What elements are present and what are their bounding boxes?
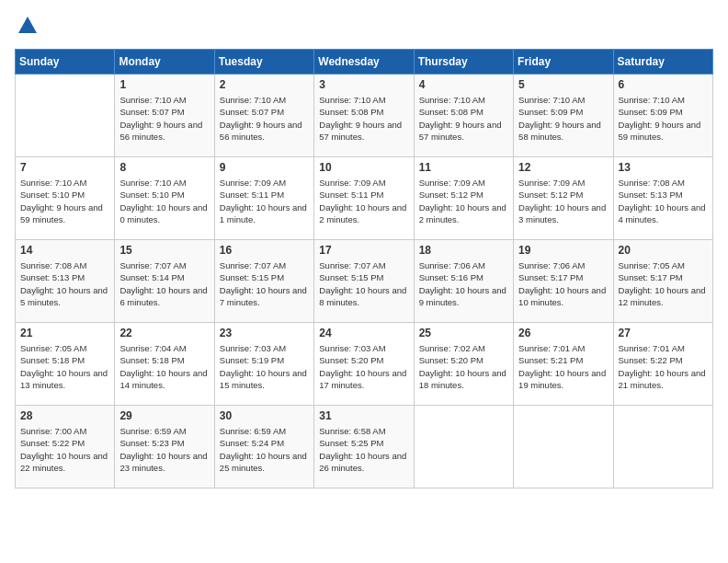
day-cell: 28Sunrise: 7:00 AMSunset: 5:22 PMDayligh… bbox=[16, 406, 115, 488]
day-number: 21 bbox=[20, 327, 109, 339]
day-info: Sunrise: 6:59 AMSunset: 5:24 PMDaylight:… bbox=[220, 425, 309, 474]
day-number: 23 bbox=[220, 327, 309, 339]
day-info: Sunrise: 7:02 AMSunset: 5:20 PMDaylight:… bbox=[419, 342, 508, 391]
day-info: Sunrise: 7:10 AMSunset: 5:09 PMDaylight:… bbox=[619, 94, 708, 143]
week-row-1: 1Sunrise: 7:10 AMSunset: 5:07 PMDaylight… bbox=[16, 75, 713, 157]
day-number: 6 bbox=[619, 78, 708, 91]
week-row-4: 21Sunrise: 7:05 AMSunset: 5:18 PMDayligh… bbox=[16, 323, 713, 406]
day-info: Sunrise: 7:10 AMSunset: 5:10 PMDaylight:… bbox=[119, 177, 209, 225]
day-cell: 9Sunrise: 7:09 AMSunset: 5:11 PMDaylight… bbox=[214, 157, 313, 240]
logo bbox=[15, 15, 39, 41]
day-number: 7 bbox=[20, 161, 109, 174]
day-cell: 1Sunrise: 7:10 AMSunset: 5:07 PMDaylight… bbox=[115, 75, 214, 157]
day-info: Sunrise: 7:08 AMSunset: 5:13 PMDaylight:… bbox=[20, 259, 109, 308]
day-number: 16 bbox=[220, 244, 309, 257]
day-number: 5 bbox=[518, 78, 608, 91]
day-info: Sunrise: 7:01 AMSunset: 5:22 PMDaylight:… bbox=[619, 342, 708, 391]
week-row-5: 28Sunrise: 7:00 AMSunset: 5:22 PMDayligh… bbox=[16, 406, 713, 488]
day-info: Sunrise: 7:09 AMSunset: 5:11 PMDaylight:… bbox=[319, 177, 408, 225]
day-number: 13 bbox=[619, 161, 708, 174]
day-info: Sunrise: 7:06 AMSunset: 5:17 PMDaylight:… bbox=[518, 259, 608, 308]
day-cell: 7Sunrise: 7:10 AMSunset: 5:10 PMDaylight… bbox=[16, 157, 115, 240]
day-cell: 23Sunrise: 7:03 AMSunset: 5:19 PMDayligh… bbox=[214, 323, 313, 406]
day-number: 28 bbox=[20, 409, 109, 422]
day-number: 26 bbox=[518, 327, 608, 339]
day-number: 12 bbox=[518, 161, 608, 174]
day-number: 19 bbox=[518, 244, 608, 257]
day-info: Sunrise: 7:10 AMSunset: 5:10 PMDaylight:… bbox=[20, 177, 109, 225]
day-cell: 27Sunrise: 7:01 AMSunset: 5:22 PMDayligh… bbox=[613, 323, 712, 406]
day-cell: 31Sunrise: 6:58 AMSunset: 5:25 PMDayligh… bbox=[314, 406, 414, 488]
day-cell: 5Sunrise: 7:10 AMSunset: 5:09 PMDaylight… bbox=[514, 75, 613, 157]
day-info: Sunrise: 7:03 AMSunset: 5:20 PMDaylight:… bbox=[319, 342, 408, 391]
day-info: Sunrise: 7:10 AMSunset: 5:07 PMDaylight:… bbox=[119, 94, 209, 143]
header bbox=[15, 15, 713, 41]
day-info: Sunrise: 7:07 AMSunset: 5:15 PMDaylight:… bbox=[319, 259, 408, 308]
day-cell: 11Sunrise: 7:09 AMSunset: 5:12 PMDayligh… bbox=[414, 157, 513, 240]
col-header-monday: Monday bbox=[115, 50, 214, 75]
day-info: Sunrise: 7:03 AMSunset: 5:19 PMDaylight:… bbox=[220, 342, 309, 391]
day-cell: 6Sunrise: 7:10 AMSunset: 5:09 PMDaylight… bbox=[613, 75, 712, 157]
day-cell: 29Sunrise: 6:59 AMSunset: 5:23 PMDayligh… bbox=[115, 406, 214, 488]
day-cell: 2Sunrise: 7:10 AMSunset: 5:07 PMDaylight… bbox=[214, 75, 313, 157]
day-cell: 8Sunrise: 7:10 AMSunset: 5:10 PMDaylight… bbox=[115, 157, 214, 240]
day-info: Sunrise: 7:09 AMSunset: 5:12 PMDaylight:… bbox=[518, 177, 608, 225]
day-number: 10 bbox=[319, 161, 408, 174]
day-info: Sunrise: 6:59 AMSunset: 5:23 PMDaylight:… bbox=[119, 425, 209, 474]
day-number: 2 bbox=[220, 78, 309, 91]
week-row-3: 14Sunrise: 7:08 AMSunset: 5:13 PMDayligh… bbox=[16, 240, 713, 323]
day-cell: 30Sunrise: 6:59 AMSunset: 5:24 PMDayligh… bbox=[214, 406, 313, 488]
day-cell bbox=[414, 406, 513, 488]
day-info: Sunrise: 7:01 AMSunset: 5:21 PMDaylight:… bbox=[518, 342, 608, 391]
day-number: 30 bbox=[220, 409, 309, 422]
day-cell: 13Sunrise: 7:08 AMSunset: 5:13 PMDayligh… bbox=[613, 157, 712, 240]
day-number: 24 bbox=[319, 327, 408, 339]
day-info: Sunrise: 7:05 AMSunset: 5:18 PMDaylight:… bbox=[20, 342, 109, 391]
day-number: 29 bbox=[119, 409, 209, 422]
week-row-2: 7Sunrise: 7:10 AMSunset: 5:10 PMDaylight… bbox=[16, 157, 713, 240]
day-number: 8 bbox=[119, 161, 209, 174]
day-number: 3 bbox=[319, 78, 408, 91]
day-cell: 12Sunrise: 7:09 AMSunset: 5:12 PMDayligh… bbox=[514, 157, 613, 240]
day-info: Sunrise: 6:58 AMSunset: 5:25 PMDaylight:… bbox=[319, 425, 408, 474]
day-info: Sunrise: 7:09 AMSunset: 5:12 PMDaylight:… bbox=[419, 177, 508, 225]
logo-icon bbox=[17, 15, 39, 37]
col-header-saturday: Saturday bbox=[613, 50, 712, 75]
day-number: 4 bbox=[419, 78, 508, 91]
day-info: Sunrise: 7:08 AMSunset: 5:13 PMDaylight:… bbox=[619, 177, 708, 225]
col-header-wednesday: Wednesday bbox=[314, 50, 414, 75]
day-number: 22 bbox=[119, 327, 209, 339]
day-cell: 3Sunrise: 7:10 AMSunset: 5:08 PMDaylight… bbox=[314, 75, 414, 157]
day-cell: 26Sunrise: 7:01 AMSunset: 5:21 PMDayligh… bbox=[514, 323, 613, 406]
day-cell: 18Sunrise: 7:06 AMSunset: 5:16 PMDayligh… bbox=[414, 240, 513, 323]
day-cell bbox=[514, 406, 613, 488]
day-cell: 24Sunrise: 7:03 AMSunset: 5:20 PMDayligh… bbox=[314, 323, 414, 406]
day-number: 20 bbox=[619, 244, 708, 257]
day-cell: 22Sunrise: 7:04 AMSunset: 5:18 PMDayligh… bbox=[115, 323, 214, 406]
day-info: Sunrise: 7:10 AMSunset: 5:08 PMDaylight:… bbox=[319, 94, 408, 143]
svg-marker-0 bbox=[18, 17, 37, 33]
day-info: Sunrise: 7:07 AMSunset: 5:14 PMDaylight:… bbox=[119, 259, 209, 308]
day-number: 18 bbox=[419, 244, 508, 257]
day-cell: 14Sunrise: 7:08 AMSunset: 5:13 PMDayligh… bbox=[16, 240, 115, 323]
day-info: Sunrise: 7:06 AMSunset: 5:16 PMDaylight:… bbox=[419, 259, 508, 308]
day-info: Sunrise: 7:07 AMSunset: 5:15 PMDaylight:… bbox=[220, 259, 309, 308]
header-row: SundayMondayTuesdayWednesdayThursdayFrid… bbox=[16, 50, 713, 75]
day-info: Sunrise: 7:10 AMSunset: 5:08 PMDaylight:… bbox=[419, 94, 508, 143]
day-info: Sunrise: 7:05 AMSunset: 5:17 PMDaylight:… bbox=[619, 259, 708, 308]
col-header-thursday: Thursday bbox=[414, 50, 513, 75]
day-cell bbox=[613, 406, 712, 488]
day-number: 15 bbox=[119, 244, 209, 257]
day-info: Sunrise: 7:09 AMSunset: 5:11 PMDaylight:… bbox=[220, 177, 309, 225]
day-number: 27 bbox=[619, 327, 708, 339]
day-cell: 21Sunrise: 7:05 AMSunset: 5:18 PMDayligh… bbox=[16, 323, 115, 406]
col-header-tuesday: Tuesday bbox=[214, 50, 313, 75]
day-cell: 17Sunrise: 7:07 AMSunset: 5:15 PMDayligh… bbox=[314, 240, 414, 323]
day-number: 11 bbox=[419, 161, 508, 174]
day-cell: 4Sunrise: 7:10 AMSunset: 5:08 PMDaylight… bbox=[414, 75, 513, 157]
day-cell: 10Sunrise: 7:09 AMSunset: 5:11 PMDayligh… bbox=[314, 157, 414, 240]
day-info: Sunrise: 7:10 AMSunset: 5:09 PMDaylight:… bbox=[518, 94, 608, 143]
col-header-sunday: Sunday bbox=[16, 50, 115, 75]
day-cell: 19Sunrise: 7:06 AMSunset: 5:17 PMDayligh… bbox=[514, 240, 613, 323]
day-number: 9 bbox=[220, 161, 309, 174]
